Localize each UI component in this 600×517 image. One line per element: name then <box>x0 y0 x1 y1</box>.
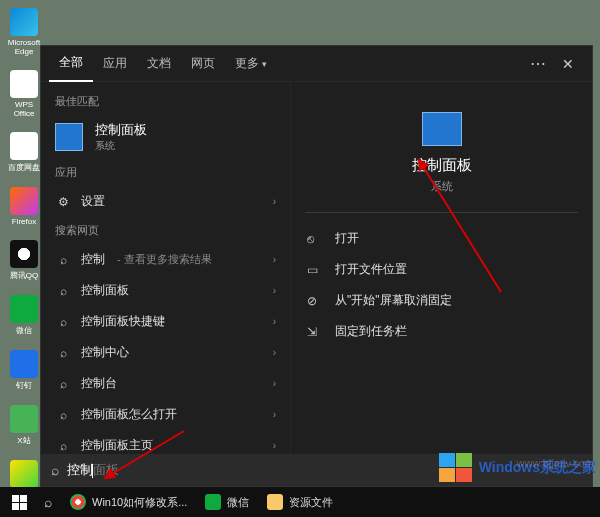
tab-web[interactable]: 网页 <box>181 46 225 82</box>
unpin-icon: ⊘ <box>307 294 323 308</box>
folder-icon <box>267 494 283 510</box>
windows-logo-icon <box>12 495 27 510</box>
results-left-column: 最佳匹配 控制面板 系统 应用 ⚙ 设置 › 搜索网页 ⌕控制- 查看更多搜索结… <box>41 82 291 454</box>
app-icon <box>10 295 38 323</box>
desktop-icon[interactable]: WPS Office <box>5 70 43 118</box>
section-best-match: 最佳匹配 <box>41 88 290 115</box>
divider <box>305 212 578 213</box>
action-open[interactable]: ⎋打开 <box>305 223 578 254</box>
web-result-item[interactable]: ⌕控制面板› <box>41 275 290 306</box>
preview-icon <box>422 112 462 146</box>
app-icon <box>10 460 38 488</box>
best-match-sub: 系统 <box>95 139 147 153</box>
search-icon: ⌕ <box>55 376 71 392</box>
web-result-item[interactable]: ⌕控制面板主页› <box>41 430 290 454</box>
search-icon: ⌕ <box>55 345 71 361</box>
chevron-right-icon: › <box>273 196 276 207</box>
desktop-icon[interactable]: Microsoft Edge <box>5 8 43 56</box>
search-tabs: 全部 应用 文档 网页 更多▾ ⋯ ✕ <box>41 46 592 82</box>
section-apps: 应用 <box>41 159 290 186</box>
action-pin[interactable]: ⇲固定到任务栏 <box>305 316 578 347</box>
web-result-item[interactable]: ⌕控制中心› <box>41 337 290 368</box>
taskbar-item-browser[interactable]: Win10如何修改系... <box>62 487 195 517</box>
search-icon: ⌕ <box>55 252 71 268</box>
search-icon: ⌕ <box>55 438 71 454</box>
wechat-icon <box>205 494 221 510</box>
search-icon: ⌕ <box>51 462 59 478</box>
chrome-icon <box>70 494 86 510</box>
chevron-down-icon: ▾ <box>262 59 267 69</box>
tab-apps[interactable]: 应用 <box>93 46 137 82</box>
web-result-item[interactable]: ⌕控制面板快捷键› <box>41 306 290 337</box>
tab-all[interactable]: 全部 <box>49 46 93 82</box>
brand-logo-icon <box>439 453 473 483</box>
taskbar-search-icon[interactable]: ⌕ <box>36 487 60 517</box>
app-icon <box>10 350 38 378</box>
start-button[interactable] <box>4 487 34 517</box>
location-icon: ▭ <box>307 263 323 277</box>
app-icon <box>10 187 38 215</box>
apps-item-label: 设置 <box>81 193 105 210</box>
chevron-right-icon: › <box>273 316 276 327</box>
more-options-icon[interactable]: ⋯ <box>524 54 552 73</box>
desktop-icon[interactable]: X站 <box>5 405 43 446</box>
desktop-icon[interactable]: 腾讯QQ <box>5 240 43 281</box>
app-icon <box>10 70 38 98</box>
gear-icon: ⚙ <box>55 194 71 210</box>
search-icon: ⌕ <box>55 283 71 299</box>
taskbar-item-wechat[interactable]: 微信 <box>197 487 257 517</box>
chevron-right-icon: › <box>273 285 276 296</box>
chevron-right-icon: › <box>273 347 276 358</box>
tab-docs[interactable]: 文档 <box>137 46 181 82</box>
desktop-icon[interactable]: 百度网盘 <box>5 132 43 173</box>
taskbar-item-folder[interactable]: 资源文件 <box>259 487 341 517</box>
chevron-right-icon: › <box>273 409 276 420</box>
chevron-right-icon: › <box>273 254 276 265</box>
action-location[interactable]: ▭打开文件位置 <box>305 254 578 285</box>
close-icon[interactable]: ✕ <box>552 56 584 72</box>
best-match-item[interactable]: 控制面板 系统 <box>41 115 290 159</box>
open-icon: ⎋ <box>307 232 323 246</box>
pin-icon: ⇲ <box>307 325 323 339</box>
app-icon <box>10 132 38 160</box>
preview-sub: 系统 <box>305 179 578 194</box>
preview-title: 控制面板 <box>305 156 578 175</box>
web-result-item[interactable]: ⌕控制面板怎么打开› <box>41 399 290 430</box>
search-typed: 控制 <box>67 462 93 477</box>
start-search-panel: 全部 应用 文档 网页 更多▾ ⋯ ✕ 最佳匹配 控制面板 系统 应用 ⚙ 设置 <box>40 45 593 487</box>
desktop-icon[interactable]: Firefox <box>5 187 43 226</box>
web-result-item[interactable]: ⌕控制- 查看更多搜索结果› <box>41 244 290 275</box>
section-web: 搜索网页 <box>41 217 290 244</box>
watermark-url: www.bjjmlv.com <box>517 457 594 469</box>
apps-item-settings[interactable]: ⚙ 设置 › <box>41 186 290 217</box>
app-icon <box>10 240 38 268</box>
preview-pane: 控制面板 系统 ⎋打开▭打开文件位置⊘从"开始"屏幕取消固定⇲固定到任务栏 <box>291 82 592 454</box>
control-panel-icon <box>55 123 83 151</box>
chevron-right-icon: › <box>273 378 276 389</box>
action-unpin[interactable]: ⊘从"开始"屏幕取消固定 <box>305 285 578 316</box>
desktop-icon[interactable]: 钉钉 <box>5 350 43 391</box>
search-icon: ⌕ <box>55 407 71 423</box>
search-suggestion: 面板 <box>93 462 119 477</box>
search-icon: ⌕ <box>55 314 71 330</box>
desktop-icon[interactable]: 微信 <box>5 295 43 336</box>
web-result-item[interactable]: ⌕控制台› <box>41 368 290 399</box>
app-icon <box>10 405 38 433</box>
tab-more[interactable]: 更多▾ <box>225 46 277 82</box>
taskbar: ⌕ Win10如何修改系... 微信 资源文件 <box>0 487 600 517</box>
desktop-icons: Microsoft EdgeWPS Office百度网盘Firefox腾讯QQ微… <box>5 8 43 501</box>
chevron-right-icon: › <box>273 440 276 451</box>
best-match-title: 控制面板 <box>95 121 147 139</box>
app-icon <box>10 8 38 36</box>
